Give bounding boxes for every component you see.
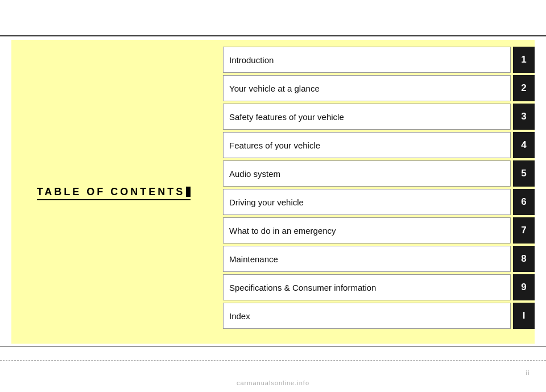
top-divider xyxy=(0,35,546,36)
toc-item-number: 5 xyxy=(513,160,535,187)
cursor-icon xyxy=(186,187,191,197)
toc-item-number: 1 xyxy=(513,47,535,73)
table-row[interactable]: Introduction1 xyxy=(223,47,535,73)
table-row[interactable]: Maintenance8 xyxy=(223,246,535,272)
toc-item-number: 8 xyxy=(513,246,535,272)
toc-list: Introduction1Your vehicle at a glance2Sa… xyxy=(216,40,535,344)
table-row[interactable]: Your vehicle at a glance2 xyxy=(223,75,535,101)
toc-item-label: Audio system xyxy=(223,160,511,187)
toc-item-label: Driving your vehicle xyxy=(223,189,511,215)
toc-item-label: Specifications & Consumer information xyxy=(223,274,511,300)
left-panel: TABLE OF CONTENTS xyxy=(11,40,216,344)
toc-item-number: 3 xyxy=(513,104,535,130)
toc-item-number: 7 xyxy=(513,217,535,244)
toc-item-number: 2 xyxy=(513,75,535,101)
toc-item-label: What to do in an emergency xyxy=(223,217,511,244)
toc-item-number: I xyxy=(513,303,535,329)
toc-item-label: Your vehicle at a glance xyxy=(223,75,511,101)
table-row[interactable]: IndexI xyxy=(223,303,535,329)
toc-item-label: Introduction xyxy=(223,47,511,73)
toc-item-label: Maintenance xyxy=(223,246,511,272)
main-content: TABLE OF CONTENTS Introduction1Your vehi… xyxy=(11,40,535,344)
toc-title: TABLE OF CONTENTS xyxy=(37,186,191,198)
toc-item-number: 4 xyxy=(513,132,535,158)
toc-item-number: 9 xyxy=(513,274,535,300)
toc-item-label: Index xyxy=(223,303,511,329)
toc-item-number: 6 xyxy=(513,189,535,215)
table-row[interactable]: What to do in an emergency7 xyxy=(223,217,535,244)
toc-item-label: Safety features of your vehicle xyxy=(223,104,511,130)
page-number: ii xyxy=(526,369,529,376)
bottom-divider xyxy=(0,346,546,347)
toc-item-label: Features of your vehicle xyxy=(223,132,511,158)
table-row[interactable]: Features of your vehicle4 xyxy=(223,132,535,158)
table-row[interactable]: Specifications & Consumer information9 xyxy=(223,274,535,300)
dashed-divider xyxy=(0,360,546,361)
toc-title-text: TABLE OF CONTENTS xyxy=(37,186,185,197)
table-row[interactable]: Safety features of your vehicle3 xyxy=(223,104,535,130)
table-row[interactable]: Audio system5 xyxy=(223,160,535,187)
table-row[interactable]: Driving your vehicle6 xyxy=(223,189,535,215)
watermark: carmanualsonline.info xyxy=(237,379,309,386)
